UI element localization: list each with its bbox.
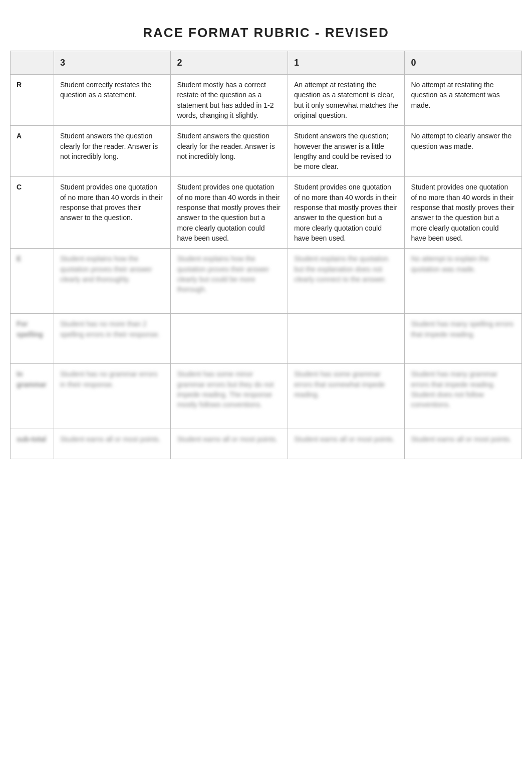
header-score0: 0 [405,51,522,75]
table-header-row: 3 2 1 0 [11,51,522,75]
row-label: In grammar [11,364,54,429]
table-cell: Student provides one quotation of no mor… [405,177,522,249]
table-cell: Student explains the quotation but the e… [288,249,405,314]
table-cell [171,314,288,364]
table-cell: No attempt to clearly answer the questio… [405,126,522,177]
table-cell: Student earns all or most points. [405,429,522,459]
header-empty [11,51,54,75]
table-cell [288,314,405,364]
table-cell: Student earns all or most points. [171,429,288,459]
table-cell: Student answers the question; however th… [288,126,405,177]
table-cell: Student correctly restates the question … [54,75,171,126]
table-cell: Student has some grammar errors that som… [288,364,405,429]
table-row: In grammarStudent has no grammar errors … [11,364,522,429]
table-row: EStudent explains how the quotation prov… [11,249,522,314]
header-score2: 2 [171,51,288,75]
header-score3: 3 [54,51,171,75]
rubric-table: 3 2 1 0 RStudent correctly restates the … [10,51,522,459]
table-row: RStudent correctly restates the question… [11,75,522,126]
row-label: A [11,126,54,177]
table-row: For spellingStudent has no more than 2 s… [11,314,522,364]
table-cell: Student has many grammar errors that imp… [405,364,522,429]
header-score1: 1 [288,51,405,75]
table-cell: Student has no grammar errors in their r… [54,364,171,429]
row-label: C [11,177,54,249]
table-cell: An attempt at restating the question as … [288,75,405,126]
table-cell: Student provides one quotation of no mor… [288,177,405,249]
table-cell: No attempt to explain the quotation was … [405,249,522,314]
table-cell: Student explains how the quotation prove… [171,249,288,314]
table-cell: Student provides one quotation of no mor… [171,177,288,249]
page-title: RACE FORMAT RUBRIC - REVISED [10,25,522,41]
row-label: R [11,75,54,126]
table-cell: Student answers the question clearly for… [171,126,288,177]
table-cell: Student answers the question clearly for… [54,126,171,177]
table-row: CStudent provides one quotation of no mo… [11,177,522,249]
table-cell: Student has no more than 2 spelling erro… [54,314,171,364]
table-cell: No attempt at restating the question as … [405,75,522,126]
row-label: For spelling [11,314,54,364]
table-row: AStudent answers the question clearly fo… [11,126,522,177]
table-cell: Student explains how the quotation prove… [54,249,171,314]
table-cell: Student has some minor grammar errors bu… [171,364,288,429]
table-cell: Student has many spelling errors that im… [405,314,522,364]
row-label: E [11,249,54,314]
table-cell: Student earns all or most points. [288,429,405,459]
row-label: sub-total [11,429,54,459]
table-cell: Student provides one quotation of no mor… [54,177,171,249]
table-cell: Student mostly has a correct restate of … [171,75,288,126]
table-cell: Student earns all or most points. [54,429,171,459]
table-row: sub-totalStudent earns all or most point… [11,429,522,459]
